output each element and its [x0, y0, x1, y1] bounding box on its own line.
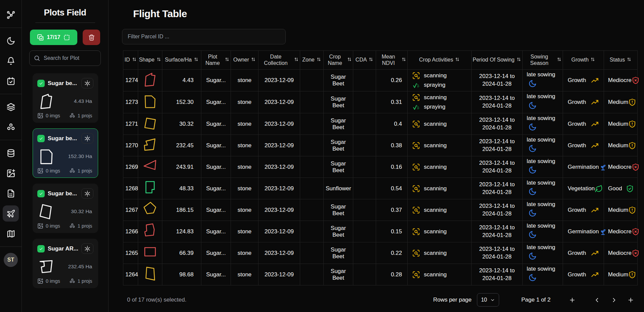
moon-icon — [528, 166, 537, 174]
add-button-left[interactable] — [565, 293, 579, 307]
column-header[interactable]: CDA — [353, 51, 376, 70]
cell-plot-name: Sugar... — [201, 156, 231, 178]
rail-item-database[interactable] — [3, 145, 19, 161]
plot-card[interactable]: Sugar AR...232.45 Ha0 imgs1 projs — [33, 239, 98, 288]
plot-card[interactable]: Sugar be...30.32 Ha0 imgs1 projs — [33, 184, 98, 233]
rail-item-layers[interactable] — [3, 99, 19, 115]
parcel-shape — [143, 158, 158, 174]
column-header[interactable]: Growth — [563, 51, 604, 70]
cell-sowing-season: late sowing — [523, 113, 563, 135]
rail-item-map[interactable] — [3, 226, 19, 242]
rail-item-file-spreadsheet[interactable] — [3, 185, 19, 201]
parcel-shape — [143, 93, 158, 110]
cell-owner: stone — [231, 199, 258, 221]
plot-search-input[interactable] — [44, 55, 96, 61]
gear-icon — [84, 190, 91, 197]
flight-row[interactable]: 126848.33Sugar...stone2023-12-09Sunflowe… — [123, 178, 638, 199]
cell-sowing-season: late sowing — [523, 264, 563, 285]
plot-card[interactable]: Sugar be...152.30 Ha0 imgs1 projs — [33, 128, 98, 178]
rail-item-calendar-check[interactable] — [3, 73, 19, 89]
cell-status: Mediocre — [604, 221, 638, 242]
column-header[interactable]: Surface/Ha — [162, 51, 201, 70]
cell-surface: 48.33 — [162, 178, 201, 199]
plot-area: 4.43 Ha — [55, 98, 93, 104]
column-header[interactable]: Period Of Sowing — [472, 51, 523, 70]
next-page-button[interactable] — [607, 293, 620, 307]
user-avatar[interactable]: ST — [4, 253, 18, 267]
plot-checkbox[interactable] — [37, 245, 45, 252]
cell-crop-activities: scanning — [408, 221, 472, 242]
cell-status: Medium — [604, 113, 638, 135]
plot-settings-button[interactable] — [81, 133, 93, 144]
rail-item-boxes[interactable] — [3, 119, 19, 135]
rows-per-page-select[interactable]: 10 — [477, 293, 499, 307]
plot-checkbox[interactable] — [37, 190, 45, 197]
column-header[interactable]: Plot Name — [201, 51, 231, 70]
column-header[interactable]: Sowing Season — [523, 51, 563, 70]
plot-settings-button[interactable] — [81, 188, 93, 199]
column-header[interactable]: Zone — [300, 51, 324, 70]
rows-per-page-value: 10 — [481, 297, 487, 303]
flight-row[interactable]: 1270232.45Sugar...stone2023-12-09Sugar B… — [123, 135, 638, 156]
previous-page-button[interactable] — [590, 293, 604, 307]
cell-status: Mediocre — [604, 242, 638, 264]
layers-icon — [6, 103, 15, 112]
flight-row[interactable]: 1267186.15Sugar...stone2023-12-09Sugar B… — [123, 199, 638, 221]
column-header[interactable]: Crop Activities — [408, 51, 472, 70]
flight-row[interactable]: 1273152.30Sugar...stone2023-12-09Sugar B… — [123, 91, 638, 113]
flight-row[interactable]: 126566.39Sugar...stone2023-12-09Sugar Be… — [123, 242, 638, 264]
plot-card[interactable]: Sugar be...4.43 Ha0 imgs1 projs — [33, 73, 98, 123]
cell-status: Medium — [604, 264, 638, 285]
rail-item-network[interactable] — [3, 7, 19, 23]
cell-crop-name: Sugar Beet — [324, 242, 353, 264]
sort-icon — [516, 57, 521, 63]
scan-search-icon — [412, 120, 420, 128]
flight-row[interactable]: 126498.68Sugar...stone2023-12-09Sugar Be… — [123, 264, 638, 285]
boxes-icon — [69, 168, 75, 174]
file-spreadsheet-icon — [6, 189, 15, 198]
cell-date-collection: 2023-12-09 — [258, 91, 300, 113]
plot-checkbox[interactable] — [37, 80, 45, 87]
cell-growth: Vegetation — [563, 178, 604, 199]
rail-item-plane[interactable] — [3, 205, 19, 222]
column-header[interactable]: Shape — [138, 51, 162, 70]
cell-date-collection: 2023-12-09 — [258, 242, 300, 264]
sort-icon — [455, 57, 460, 63]
cell-crop-name: Sugar Beet — [324, 91, 353, 113]
filter-parcel-input[interactable] — [122, 29, 286, 44]
rail-item-image-plus[interactable] — [3, 165, 19, 181]
rail-item-bell[interactable] — [3, 53, 19, 69]
cell-crop-name: Sunflower — [324, 178, 353, 199]
flight-row[interactable]: 1269243.91Sugar...stone2023-12-09Sugar B… — [123, 156, 638, 178]
cell-cda — [353, 264, 376, 285]
column-header[interactable]: Crop Name — [324, 51, 353, 70]
column-header[interactable]: Mean NDVI — [376, 51, 408, 70]
plot-settings-button[interactable] — [81, 78, 93, 88]
cell-shape — [138, 156, 162, 178]
select-all-plots-button[interactable]: 17/17 — [30, 30, 77, 45]
cell-period-of-sowing: 2023-12-14 to 2024-01-28 — [472, 199, 523, 221]
rail-item-moon[interactable] — [3, 33, 19, 49]
column-header[interactable]: Status — [604, 51, 638, 70]
delete-plots-button[interactable] — [83, 30, 100, 45]
column-header[interactable]: ID — [123, 51, 138, 70]
cell-cda — [353, 91, 376, 113]
plot-checkbox[interactable] — [37, 135, 45, 142]
plot-settings-button[interactable] — [81, 243, 93, 254]
chevron-down-icon — [490, 298, 495, 303]
scan-search-icon — [412, 142, 420, 150]
plot-projects-count: 1 projs — [69, 113, 92, 119]
cell-owner: stone — [231, 113, 258, 135]
column-header[interactable]: Date Collection — [258, 51, 300, 70]
flight-row[interactable]: 127130.32Sugar...stone2023-12-09Sugar Be… — [123, 113, 638, 135]
activity-label: spraying — [424, 82, 445, 88]
flight-row[interactable]: 1266124.83Sugar...stone2023-12-09Sugar B… — [123, 221, 638, 242]
moon-icon — [528, 144, 537, 153]
network-icon — [6, 10, 15, 20]
flight-row[interactable]: 12744.43Sugar...stone2023-12-09Sugar Bee… — [123, 70, 638, 91]
activity-label: scanning — [424, 228, 447, 235]
add-button-right[interactable] — [624, 293, 637, 307]
column-header[interactable]: Owner — [231, 51, 258, 70]
cell-crop-name: Sugar Beet — [324, 135, 353, 156]
cell-surface: 124.83 — [162, 221, 201, 242]
